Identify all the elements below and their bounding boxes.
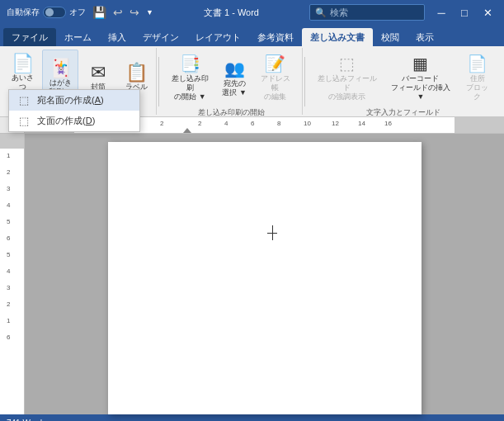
close-button[interactable]: ✕ [478, 4, 497, 21]
start-merge-label: 差し込み印刷の開始 ▼ [171, 74, 210, 101]
ribbon-btn-select-recipients[interactable]: 👥 宛先の選択 ▼ [216, 50, 252, 106]
tab-references[interactable]: 参考資料 [249, 28, 302, 46]
ribbon-btn-start-merge[interactable]: 📑 差し込み印刷の開始 ▼ [166, 50, 214, 106]
ribbon-tabs: ファイル ホーム 挿入 デザイン レイアウト 参考資料 差し込み文書 校閲 表示 [0, 25, 504, 46]
aisatsu-icon: 📄 [12, 54, 34, 73]
search-icon: 🔍 [315, 7, 327, 18]
ribbon-group-start: 📑 差し込み印刷の開始 ▼ 👥 宛先の選択 ▼ 📝 アドレス帳の編集 差し込み印… [161, 48, 303, 115]
tab-design[interactable]: デザイン [134, 28, 187, 46]
address-block-label: 住所ブロック [464, 74, 491, 101]
redo-icon[interactable]: ↪ [130, 6, 139, 19]
highlight-field-icon: ⬚ [339, 54, 355, 73]
search-placeholder: 検索 [330, 7, 348, 19]
fields-group-label: 文字入力とフィールド [366, 106, 440, 118]
futo-icon: ✉ [91, 64, 106, 82]
undo-icon[interactable]: ↩ [113, 6, 123, 19]
ribbon-btn-address-block[interactable]: 📄 住所ブロック [459, 50, 496, 106]
tab-review[interactable]: 校閲 [373, 28, 407, 46]
edit-address-icon: 📝 [265, 54, 285, 73]
document-page[interactable] [108, 142, 422, 414]
tab-insert[interactable]: 挿入 [100, 28, 134, 46]
start-merge-icon: 📑 [180, 54, 200, 73]
restore-button[interactable]: □ [455, 4, 474, 21]
autosave-toggle[interactable] [43, 7, 66, 18]
title-bar: 自動保存 オフ 💾 ↩ ↪ ▼ 文書 1 - Word 🔍 検索 ─ □ ✕ [0, 0, 504, 25]
barcode-label: バーコードフィールドの挿入 ▼ [389, 74, 452, 101]
page-canvas [25, 134, 504, 414]
divider-1 [158, 57, 159, 106]
atena-icon: ⬚ [17, 94, 31, 106]
address-block-icon: 📄 [467, 54, 488, 73]
tab-view[interactable]: 表示 [407, 28, 442, 46]
document-area: 1 2 3 4 5 6 5 4 3 2 1 6 [0, 134, 504, 414]
autosave-label: 自動保存 [7, 7, 40, 18]
dropdown-item-atena[interactable]: ⬚ 宛名面の作成(A) [9, 90, 139, 111]
minimize-button[interactable]: ─ [431, 4, 451, 21]
status-bar: 741 Word [0, 414, 504, 421]
edit-address-label: アドレス帳の編集 [259, 74, 292, 101]
autosave-area: 自動保存 オフ [7, 7, 86, 18]
ribbon-btn-edit-address[interactable]: 📝 アドレス帳の編集 [254, 50, 297, 106]
ribbon-btn-barcode[interactable]: ▦ バーコードフィールドの挿入 ▼ [384, 50, 457, 106]
hagaki-icon: 🃏 [49, 59, 72, 78]
barcode-icon: ▦ [412, 54, 428, 73]
select-recipients-label: 宛先の選択 ▼ [222, 79, 246, 97]
highlight-field-label: 差し込みフィールドの強調表示 [317, 74, 378, 101]
window-title: 文書 1 - Word [204, 7, 259, 17]
label-icon: 📋 [125, 64, 148, 82]
ribbon-group-fields: ⬚ 差し込みフィールドの強調表示 ▦ バーコードフィールドの挿入 ▼ 📄 住所ブ… [307, 48, 501, 115]
save-icon[interactable]: 💾 [92, 6, 106, 19]
dropdown-item-bunmen[interactable]: ⬚ 文面の作成(D) [9, 111, 139, 131]
word-count: 741 Word [7, 419, 42, 422]
search-box[interactable]: 🔍 検索 [309, 4, 425, 21]
quick-access-arrow[interactable]: ▼ [146, 8, 153, 17]
autosave-state: オフ [69, 7, 86, 18]
tab-file[interactable]: ファイル [3, 28, 56, 46]
ribbon-btn-highlight-field[interactable]: ⬚ 差し込みフィールドの強調表示 [312, 50, 383, 106]
bunmen-label: 文面の作成(D) [37, 115, 95, 127]
select-recipients-icon: 👥 [224, 59, 245, 78]
ruler-vertical: 1 2 3 4 5 6 5 4 3 2 1 6 [0, 134, 25, 414]
tab-layout[interactable]: レイアウト [187, 28, 249, 46]
tab-home[interactable]: ホーム [56, 28, 100, 46]
bunmen-icon: ⬚ [17, 115, 31, 127]
window-controls: ─ □ ✕ [431, 4, 497, 21]
divider-2 [304, 57, 305, 106]
tab-mailings[interactable]: 差し込み文書 [302, 28, 373, 46]
start-group-label: 差し込み印刷の開始 [198, 106, 265, 118]
dropdown-menu: ⬚ 宛名面の作成(A) ⬚ 文面の作成(D) [8, 89, 140, 132]
atena-label: 宛名面の作成(A) [37, 94, 104, 106]
